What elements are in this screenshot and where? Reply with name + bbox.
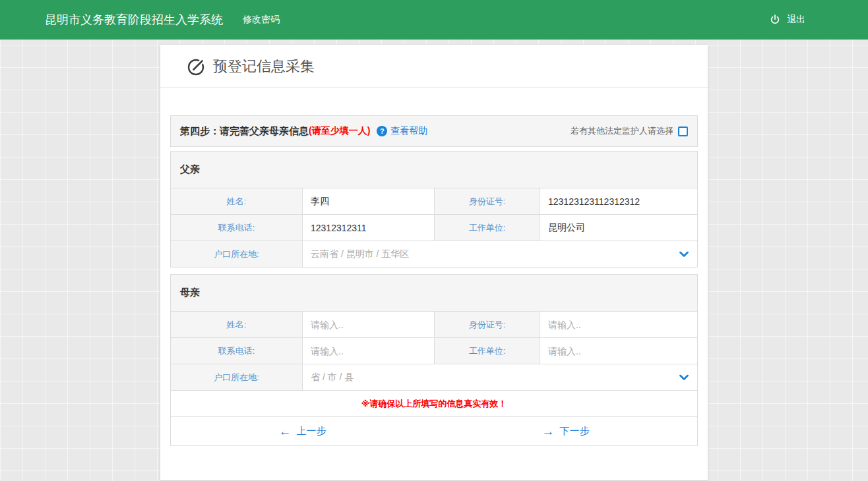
father-residence-select[interactable]: 云南省 / 昆明市 / 五华区 (303, 241, 698, 268)
father-id-input[interactable] (540, 189, 697, 214)
mother-residence-label: 户口所在地: (171, 364, 303, 391)
father-name-label: 姓名: (171, 188, 303, 215)
father-row-1: 姓名: 身份证号: (171, 188, 698, 215)
mother-phone-label: 联系电话: (171, 338, 303, 364)
logout-label: 退出 (787, 14, 805, 26)
mother-work-label: 工作单位: (435, 338, 540, 364)
validity-notice: ※请确保以上所填写的信息真实有效！ (171, 391, 698, 417)
power-icon (769, 14, 781, 26)
step-header: 第四步：请完善父亲母亲信息 (请至少填一人) ? 查看帮助 若有其他法定监护人请… (170, 115, 698, 147)
mother-residence-select[interactable]: 省 / 市 / 县 (303, 364, 698, 391)
help-icon[interactable]: ? (377, 126, 387, 136)
help-link[interactable]: 查看帮助 (390, 125, 427, 137)
father-residence-value: 云南省 / 昆明市 / 五华区 (303, 248, 409, 259)
prev-step-label: 上一步 (297, 425, 326, 438)
top-header-left: 昆明市义务教育阶段招生入学系统 修改密码 (45, 12, 280, 28)
next-step-button[interactable]: → 下一步 (434, 417, 697, 445)
card-body: 第四步：请完善父亲母亲信息 (请至少填一人) ? 查看帮助 若有其他法定监护人请… (160, 88, 708, 480)
father-phone-label: 联系电话: (171, 215, 303, 241)
next-step-label: 下一步 (560, 425, 590, 438)
pre-registration-card: 预登记信息采集 第四步：请完善父亲母亲信息 (请至少填一人) ? 查看帮助 若有… (160, 45, 708, 480)
chevron-down-icon (679, 251, 689, 257)
change-password-link[interactable]: 修改密码 (243, 14, 280, 26)
father-name-input[interactable] (303, 189, 434, 214)
guardian-note: 若有其他法定监护人请选择 (571, 125, 673, 137)
father-residence-label: 户口所在地: (171, 241, 303, 268)
step-title: 第四步：请完善父亲母亲信息 (180, 125, 309, 138)
chevron-down-icon (679, 374, 689, 380)
father-row-3: 户口所在地: 云南省 / 昆明市 / 五华区 (171, 241, 698, 268)
footer-nav: ← 上一步 → 下一步 (170, 417, 698, 446)
mother-phone-input[interactable] (303, 339, 434, 364)
guardian-checkbox[interactable] (678, 127, 688, 136)
notice-row: ※请确保以上所填写的信息真实有效！ (171, 391, 698, 417)
card-header: 预登记信息采集 (160, 45, 708, 88)
prev-step-button[interactable]: ← 上一步 (171, 417, 434, 445)
mother-name-label: 姓名: (171, 312, 303, 338)
top-header: 昆明市义务教育阶段招生入学系统 修改密码 退出 (0, 0, 868, 40)
arrow-right-icon: → (542, 425, 555, 438)
step-requirement: (请至少填一人) (309, 125, 370, 137)
father-phone-input[interactable] (303, 215, 434, 240)
mother-section: 母亲 姓名: 身份证号: 联系电话: 工作单位: 户口所在地: (170, 274, 698, 417)
mother-row-1: 姓名: 身份证号: (171, 312, 698, 338)
father-row-2: 联系电话: 工作单位: (171, 215, 698, 241)
arrow-left-icon: ← (279, 425, 292, 438)
mother-id-label: 身份证号: (435, 312, 540, 338)
mother-name-input[interactable] (303, 312, 434, 337)
page: 昆明市义务教育阶段招生入学系统 修改密码 退出 预登记信息采集 (0, 0, 868, 481)
father-section-title: 父亲 (171, 152, 698, 188)
mother-row-2: 联系电话: 工作单位: (171, 338, 698, 364)
mother-section-title: 母亲 (171, 275, 698, 312)
app-title: 昆明市义务教育阶段招生入学系统 (45, 12, 223, 28)
mother-work-input[interactable] (540, 339, 697, 364)
father-work-label: 工作单位: (435, 215, 540, 241)
mother-row-3: 户口所在地: 省 / 市 / 县 (171, 364, 698, 391)
edit-icon (187, 57, 206, 76)
father-id-label: 身份证号: (435, 188, 540, 215)
father-work-input[interactable] (540, 215, 697, 240)
page-title: 预登记信息采集 (213, 57, 315, 76)
father-section: 父亲 姓名: 身份证号: 联系电话: 工作单位: 户口所在地: (170, 151, 698, 268)
mother-residence-placeholder: 省 / 市 / 县 (303, 372, 354, 382)
mother-id-input[interactable] (540, 312, 697, 337)
logout-button[interactable]: 退出 (769, 14, 805, 26)
